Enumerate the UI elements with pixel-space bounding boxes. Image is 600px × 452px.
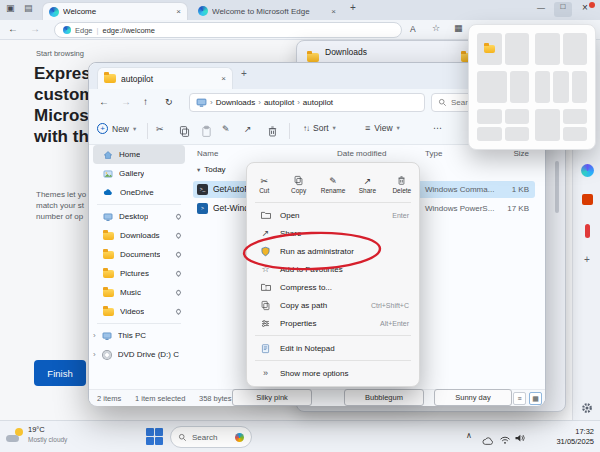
nav-item-downloads[interactable]: Downloads	[89, 226, 189, 245]
snap-layout-option[interactable]	[477, 71, 529, 103]
nav-item-documents[interactable]: Documents	[89, 245, 189, 264]
documents-folder-icon	[103, 251, 114, 259]
snap-layout-option[interactable]	[477, 109, 529, 141]
scrollbar-thumb[interactable]	[555, 161, 559, 213]
new-button[interactable]: + New ▾	[97, 123, 136, 134]
menu-label: Open	[280, 211, 300, 220]
back-button[interactable]: ←	[99, 96, 109, 107]
taskbar-weather-widget[interactable]: 19°C Mostly cloudy	[6, 425, 67, 445]
more-options-icon[interactable]: ⋯	[433, 123, 442, 133]
nav-label: Documents	[120, 250, 160, 259]
snap-layout-option[interactable]	[477, 33, 529, 65]
snap-layout-option[interactable]	[535, 33, 587, 65]
menu-item-edit-in-notepad[interactable]: Edit in Notepad	[247, 339, 419, 357]
nav-item-dvd-drive[interactable]: › DVD Drive (D:) C	[89, 345, 189, 364]
sort-button[interactable]: ↑↓ Sort ▾	[303, 123, 336, 133]
theme-card[interactable]: Bubblegum	[344, 389, 424, 406]
nav-item-this-pc[interactable]: › This PC	[89, 326, 189, 345]
paste-icon[interactable]	[200, 124, 213, 142]
rename-icon[interactable]: ✎	[222, 124, 230, 134]
nav-label: Videos	[120, 307, 144, 316]
nav-item-onedrive[interactable]: OneDrive	[89, 183, 189, 202]
wifi-tray-icon[interactable]	[499, 431, 511, 449]
menu-item-copy-as-path[interactable]: Copy as path Ctrl+Shift+C	[247, 296, 419, 314]
delete-icon[interactable]	[266, 124, 279, 142]
explorer-tab[interactable]: autopilot ×	[97, 67, 233, 89]
tab-actions-icon[interactable]: ▣	[6, 3, 15, 13]
forward-button[interactable]: →	[30, 23, 40, 34]
weather-temp: 19°C	[28, 425, 67, 435]
close-tab-icon[interactable]: ×	[331, 7, 336, 16]
nav-item-videos[interactable]: Videos	[89, 302, 189, 321]
pin-icon	[175, 232, 182, 239]
quick-cut-button[interactable]: ✂ Cut	[247, 170, 281, 199]
vertical-tabs-icon[interactable]: ▤	[24, 3, 33, 13]
quick-rename-button[interactable]: ✎ Rename	[316, 170, 350, 199]
new-tab-button[interactable]: +	[241, 68, 247, 79]
volume-tray-icon[interactable]	[514, 430, 526, 448]
menu-item-properties[interactable]: Properties Alt+Enter	[247, 314, 419, 332]
expand-chevron-icon[interactable]: ›	[93, 331, 96, 340]
breadcrumb[interactable]: › Downloads › autopilot › autopilot	[189, 93, 425, 112]
menu-item-compress-to[interactable]: Compress to...	[247, 278, 419, 296]
refresh-button[interactable]: ↻	[165, 97, 173, 107]
menu-label: Copy as path	[280, 301, 327, 310]
new-tab-button[interactable]: +	[350, 2, 356, 13]
details-view-toggle[interactable]: ≡	[513, 392, 526, 405]
browser-tab-welcome[interactable]: Welcome ×	[42, 2, 188, 20]
theme-card[interactable]: Silky pink	[232, 389, 312, 406]
address-bar[interactable]: Edge | edge://welcome	[54, 22, 402, 38]
browser-essentials-icon[interactable]	[573, 224, 600, 238]
view-button[interactable]: ≡ View ▾	[365, 123, 400, 133]
quick-delete-button[interactable]: Delete	[385, 170, 419, 199]
nav-item-music[interactable]: Music	[89, 283, 189, 302]
expand-chevron-icon[interactable]: ›	[93, 350, 96, 359]
nav-item-pictures[interactable]: Pictures	[89, 264, 189, 283]
forward-button[interactable]: →	[121, 96, 131, 107]
read-aloud-icon[interactable]: A	[410, 24, 416, 34]
taskbar-search-box[interactable]: Search	[170, 426, 252, 448]
column-header-size[interactable]: Size	[485, 149, 529, 158]
close-tab-icon[interactable]: ×	[176, 7, 181, 16]
hidden-icons-chevron[interactable]: ∧	[466, 431, 472, 440]
cut-icon[interactable]: ✂	[156, 124, 164, 134]
share-icon[interactable]: ↗	[244, 124, 252, 134]
column-header-date[interactable]: Date modified	[337, 149, 386, 158]
theme-card[interactable]: Sunny day	[434, 389, 512, 406]
maximize-button[interactable]: □	[554, 2, 572, 17]
snap-layout-option[interactable]	[535, 109, 587, 141]
menu-item-open[interactable]: Open Enter	[247, 206, 419, 224]
breadcrumb-segment[interactable]: autopilot	[264, 98, 294, 107]
nav-item-home[interactable]: Home	[93, 145, 185, 164]
onedrive-tray-icon[interactable]	[482, 432, 495, 450]
nav-item-gallery[interactable]: Gallery	[89, 164, 189, 183]
close-tab-icon[interactable]: ×	[221, 74, 226, 83]
column-header-type[interactable]: Type	[425, 149, 442, 158]
column-header-name[interactable]: Name	[197, 149, 218, 158]
microsoft365-icon[interactable]	[573, 194, 600, 205]
nav-item-desktop[interactable]: Desktop	[89, 207, 189, 226]
breadcrumb-segment[interactable]: Downloads	[216, 98, 256, 107]
copilot-icon[interactable]	[573, 164, 600, 177]
browser-tab-edge-welcome[interactable]: Welcome to Microsoft Edge ×	[192, 2, 342, 20]
collections-icon[interactable]: ▦	[454, 23, 463, 33]
quick-copy-button[interactable]: Copy	[281, 170, 315, 199]
sidebar-add-icon[interactable]: +	[573, 254, 600, 265]
back-button[interactable]: ←	[8, 23, 18, 34]
up-button[interactable]: ↑	[143, 96, 148, 107]
theme-label: Silky pink	[256, 393, 288, 402]
quick-share-button[interactable]: ↗ Share	[350, 170, 384, 199]
compress-icon	[259, 281, 272, 293]
taskbar-clock[interactable]: 17:32 31/05/2025	[528, 427, 594, 447]
favorites-star-icon[interactable]: ☆	[432, 23, 440, 33]
large-icons-view-toggle[interactable]: ▦	[529, 392, 542, 405]
minimize-button[interactable]: —	[532, 3, 550, 12]
sidebar-settings-gear-icon[interactable]	[573, 402, 600, 414]
pin-icon	[175, 308, 182, 315]
finish-button[interactable]: Finish	[34, 360, 86, 386]
menu-item-show-more-options[interactable]: » Show more options	[247, 364, 419, 382]
copy-icon[interactable]	[178, 124, 191, 142]
snap-layout-option[interactable]	[535, 71, 587, 103]
start-button[interactable]	[146, 428, 163, 445]
breadcrumb-segment[interactable]: autopilot	[303, 98, 333, 107]
